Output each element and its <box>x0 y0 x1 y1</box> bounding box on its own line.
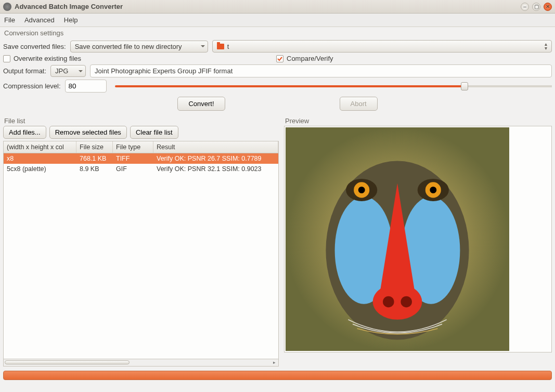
menu-advanced[interactable]: Advanced <box>24 16 55 24</box>
file-table[interactable]: (width x height x col File size File typ… <box>3 141 279 359</box>
compare-verify-label: Compare/Verify <box>287 55 333 62</box>
output-format-select[interactable]: JPG <box>50 65 86 77</box>
convert-button[interactable]: Convert! <box>177 97 225 111</box>
menu-help[interactable]: Help <box>64 16 78 24</box>
scrollbar-thumb[interactable] <box>5 360 130 364</box>
save-mode-label: Save converted files: <box>3 43 66 50</box>
horizontal-scrollbar[interactable]: ▸ <box>3 359 279 367</box>
col-dimensions[interactable]: (width x height x col <box>4 141 76 153</box>
output-directory-picker[interactable]: t ▴▾ <box>212 40 552 53</box>
col-filetype[interactable]: File type <box>113 141 153 153</box>
table-row[interactable]: 5cx8 (palette) 8.9 KB GIF Verify OK: PSN… <box>4 164 278 174</box>
svg-point-11 <box>358 187 365 193</box>
preview-image <box>286 127 509 351</box>
table-row[interactable]: x8 768.1 KB TIFF Verify OK: PSNR 26.7 SS… <box>4 153 278 164</box>
settings-heading: Conversion settings <box>3 27 552 38</box>
chevron-updown-icon: ▴▾ <box>545 42 547 50</box>
window-title: Advanced Batch Image Converter <box>15 3 123 10</box>
overwrite-checkbox[interactable] <box>3 55 10 62</box>
folder-icon <box>217 44 224 49</box>
minimize-button[interactable]: – <box>521 3 529 11</box>
compression-slider[interactable] <box>115 85 552 87</box>
output-format-description: Joint Photographic Experts Group JFIF fo… <box>90 64 552 77</box>
col-result[interactable]: Result <box>153 141 278 153</box>
output-directory-name: t <box>227 43 229 50</box>
clear-files-button[interactable]: Clear file list <box>130 126 178 139</box>
slider-thumb[interactable] <box>461 82 468 90</box>
save-mode-select[interactable]: Save converted file to new directory <box>70 41 208 53</box>
maximize-button[interactable]: ▢ <box>532 3 540 11</box>
table-header: (width x height x col File size File typ… <box>4 141 278 153</box>
preview-heading: Preview <box>284 115 552 126</box>
preview-panel <box>284 126 552 352</box>
remove-files-button[interactable]: Remove selected files <box>49 126 127 139</box>
titlebar: Advanced Batch Image Converter – ▢ ✕ <box>0 0 555 14</box>
output-format-label: Output format: <box>3 67 46 75</box>
compare-verify-checkbox[interactable] <box>276 55 283 62</box>
col-filesize[interactable]: File size <box>76 141 113 153</box>
overwrite-label: Overwrite existing files <box>14 55 81 62</box>
close-button[interactable]: ✕ <box>544 3 552 11</box>
app-icon <box>3 3 11 11</box>
menu-file[interactable]: File <box>4 16 15 24</box>
scroll-right-icon[interactable]: ▸ <box>271 360 277 364</box>
add-files-button[interactable]: Add files... <box>3 126 46 139</box>
abort-button[interactable]: Abort <box>340 97 378 111</box>
svg-point-4 <box>373 284 422 320</box>
menubar: File Advanced Help <box>0 14 555 27</box>
compression-label: Compression level: <box>3 82 61 90</box>
filelist-heading: File list <box>3 115 279 126</box>
compression-input[interactable] <box>65 80 107 93</box>
svg-point-12 <box>430 187 436 193</box>
progress-bar <box>3 371 552 380</box>
svg-point-6 <box>401 296 412 308</box>
svg-point-5 <box>383 296 394 308</box>
